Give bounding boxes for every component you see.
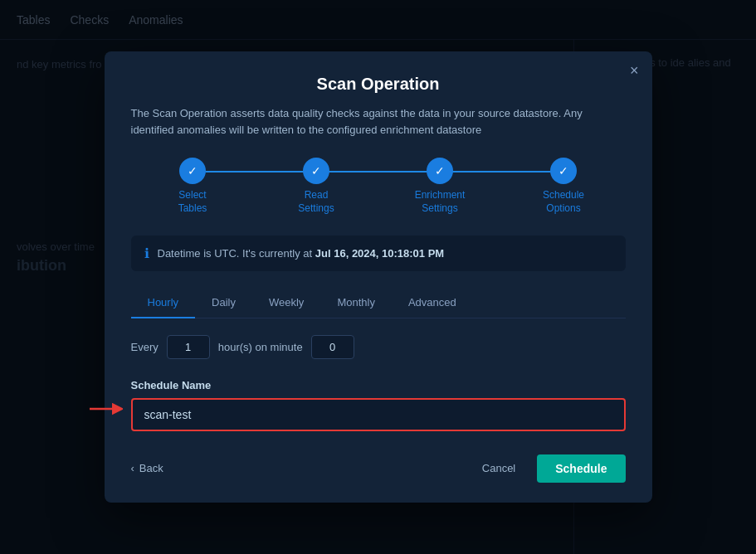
back-button[interactable]: ‹ Back xyxy=(131,462,163,474)
schedule-name-input-wrapper xyxy=(131,398,626,431)
info-icon: ℹ xyxy=(144,245,149,261)
modal-title: Scan Operation xyxy=(131,75,626,94)
step-circle-2: ✓ xyxy=(303,158,329,184)
tab-advanced[interactable]: Advanced xyxy=(392,288,473,318)
back-label: Back xyxy=(139,462,163,474)
info-box: ℹ Datetime is UTC. It's currently at Jul… xyxy=(131,236,626,271)
step-circle-4: ✓ xyxy=(550,158,577,184)
step-label-4: ScheduleOptions xyxy=(543,189,584,215)
stepper: ✓ SelectTables ✓ ReadSettings ✓ Enrichme… xyxy=(131,158,626,215)
schedule-name-input[interactable] xyxy=(133,400,624,430)
step-enrichment-settings: ✓ EnrichmentSettings xyxy=(378,158,502,215)
info-prefix: Datetime is UTC. It's currently at xyxy=(158,247,315,260)
step-select-tables: ✓ SelectTables xyxy=(131,158,255,215)
modal-overlay: × Scan Operation The Scan Operation asse… xyxy=(0,0,756,554)
arrow-indicator xyxy=(90,401,123,420)
schedule-button[interactable]: Schedule xyxy=(537,454,625,483)
step-label-1: SelectTables xyxy=(178,189,207,215)
step-circle-1: ✓ xyxy=(179,158,206,184)
schedule-name-label: Schedule Name xyxy=(131,379,626,391)
scan-operation-modal: × Scan Operation The Scan Operation asse… xyxy=(105,51,652,502)
modal-footer: ‹ Back Cancel Schedule xyxy=(131,454,626,483)
info-text: Datetime is UTC. It's currently at Jul 1… xyxy=(158,247,445,260)
schedule-frequency-row: Every hour(s) on minute xyxy=(131,335,626,359)
minute-input[interactable] xyxy=(311,335,354,359)
footer-right: Cancel Schedule xyxy=(471,454,626,483)
every-label: Every xyxy=(131,341,159,353)
step-circle-3: ✓ xyxy=(427,158,453,184)
tab-daily[interactable]: Daily xyxy=(195,288,252,318)
cancel-button[interactable]: Cancel xyxy=(471,455,527,481)
tab-weekly[interactable]: Weekly xyxy=(252,288,320,318)
step-read-settings: ✓ ReadSettings xyxy=(255,158,378,215)
hour-input[interactable] xyxy=(167,335,210,359)
schedule-tabs: Hourly Daily Weekly Monthly Advanced xyxy=(131,288,626,318)
modal-description: The Scan Operation asserts data quality … xyxy=(131,105,626,138)
hours-on-minute-label: hour(s) on minute xyxy=(218,341,303,353)
step-label-3: EnrichmentSettings xyxy=(415,189,466,215)
step-label-2: ReadSettings xyxy=(298,189,334,215)
tab-monthly[interactable]: Monthly xyxy=(320,288,392,318)
back-chevron-icon: ‹ xyxy=(131,462,134,474)
close-button[interactable]: × xyxy=(630,63,639,78)
schedule-name-section: Schedule Name xyxy=(131,379,626,431)
info-datetime: Jul 16, 2024, 10:18:01 PM xyxy=(315,247,444,260)
tab-hourly[interactable]: Hourly xyxy=(131,288,196,318)
step-schedule-options: ✓ ScheduleOptions xyxy=(502,158,626,215)
